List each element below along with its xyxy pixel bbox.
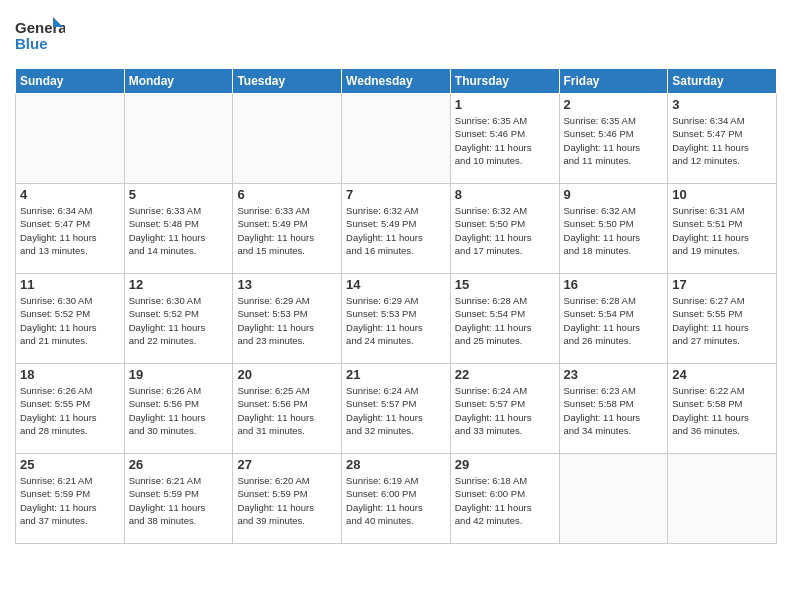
- day-info: Sunrise: 6:25 AMSunset: 5:56 PMDaylight:…: [237, 384, 337, 437]
- header-day-monday: Monday: [124, 69, 233, 94]
- calendar-cell: 3Sunrise: 6:34 AMSunset: 5:47 PMDaylight…: [668, 94, 777, 184]
- day-number: 22: [455, 367, 555, 382]
- calendar-cell: 22Sunrise: 6:24 AMSunset: 5:57 PMDayligh…: [450, 364, 559, 454]
- day-number: 13: [237, 277, 337, 292]
- day-number: 12: [129, 277, 229, 292]
- calendar-cell: 15Sunrise: 6:28 AMSunset: 5:54 PMDayligh…: [450, 274, 559, 364]
- day-info: Sunrise: 6:32 AMSunset: 5:49 PMDaylight:…: [346, 204, 446, 257]
- day-info: Sunrise: 6:22 AMSunset: 5:58 PMDaylight:…: [672, 384, 772, 437]
- day-info: Sunrise: 6:34 AMSunset: 5:47 PMDaylight:…: [20, 204, 120, 257]
- day-info: Sunrise: 6:32 AMSunset: 5:50 PMDaylight:…: [564, 204, 664, 257]
- day-info: Sunrise: 6:33 AMSunset: 5:48 PMDaylight:…: [129, 204, 229, 257]
- day-number: 2: [564, 97, 664, 112]
- calendar-cell: 20Sunrise: 6:25 AMSunset: 5:56 PMDayligh…: [233, 364, 342, 454]
- day-number: 6: [237, 187, 337, 202]
- day-number: 29: [455, 457, 555, 472]
- calendar-cell: 10Sunrise: 6:31 AMSunset: 5:51 PMDayligh…: [668, 184, 777, 274]
- logo-svg: GeneralBlue: [15, 15, 65, 60]
- calendar-cell: [559, 454, 668, 544]
- calendar-cell: 17Sunrise: 6:27 AMSunset: 5:55 PMDayligh…: [668, 274, 777, 364]
- svg-text:Blue: Blue: [15, 35, 48, 52]
- day-info: Sunrise: 6:35 AMSunset: 5:46 PMDaylight:…: [455, 114, 555, 167]
- day-number: 5: [129, 187, 229, 202]
- calendar-cell: 6Sunrise: 6:33 AMSunset: 5:49 PMDaylight…: [233, 184, 342, 274]
- calendar-cell: 27Sunrise: 6:20 AMSunset: 5:59 PMDayligh…: [233, 454, 342, 544]
- calendar-cell: 23Sunrise: 6:23 AMSunset: 5:58 PMDayligh…: [559, 364, 668, 454]
- day-number: 17: [672, 277, 772, 292]
- day-info: Sunrise: 6:32 AMSunset: 5:50 PMDaylight:…: [455, 204, 555, 257]
- calendar-cell: 21Sunrise: 6:24 AMSunset: 5:57 PMDayligh…: [342, 364, 451, 454]
- calendar-cell: 2Sunrise: 6:35 AMSunset: 5:46 PMDaylight…: [559, 94, 668, 184]
- calendar-body: 1Sunrise: 6:35 AMSunset: 5:46 PMDaylight…: [16, 94, 777, 544]
- day-number: 19: [129, 367, 229, 382]
- logo: GeneralBlue: [15, 15, 65, 60]
- calendar-cell: 16Sunrise: 6:28 AMSunset: 5:54 PMDayligh…: [559, 274, 668, 364]
- calendar-cell: 7Sunrise: 6:32 AMSunset: 5:49 PMDaylight…: [342, 184, 451, 274]
- calendar-cell: 25Sunrise: 6:21 AMSunset: 5:59 PMDayligh…: [16, 454, 125, 544]
- week-row-4: 25Sunrise: 6:21 AMSunset: 5:59 PMDayligh…: [16, 454, 777, 544]
- week-row-2: 11Sunrise: 6:30 AMSunset: 5:52 PMDayligh…: [16, 274, 777, 364]
- day-info: Sunrise: 6:28 AMSunset: 5:54 PMDaylight:…: [564, 294, 664, 347]
- calendar-cell: [342, 94, 451, 184]
- day-info: Sunrise: 6:35 AMSunset: 5:46 PMDaylight:…: [564, 114, 664, 167]
- day-number: 1: [455, 97, 555, 112]
- day-number: 11: [20, 277, 120, 292]
- calendar-cell: 4Sunrise: 6:34 AMSunset: 5:47 PMDaylight…: [16, 184, 125, 274]
- day-info: Sunrise: 6:20 AMSunset: 5:59 PMDaylight:…: [237, 474, 337, 527]
- header-day-friday: Friday: [559, 69, 668, 94]
- week-row-0: 1Sunrise: 6:35 AMSunset: 5:46 PMDaylight…: [16, 94, 777, 184]
- day-number: 24: [672, 367, 772, 382]
- day-number: 27: [237, 457, 337, 472]
- calendar-cell: 5Sunrise: 6:33 AMSunset: 5:48 PMDaylight…: [124, 184, 233, 274]
- header-row: SundayMondayTuesdayWednesdayThursdayFrid…: [16, 69, 777, 94]
- calendar-cell: 14Sunrise: 6:29 AMSunset: 5:53 PMDayligh…: [342, 274, 451, 364]
- day-number: 26: [129, 457, 229, 472]
- calendar-cell: 18Sunrise: 6:26 AMSunset: 5:55 PMDayligh…: [16, 364, 125, 454]
- day-number: 20: [237, 367, 337, 382]
- day-info: Sunrise: 6:21 AMSunset: 5:59 PMDaylight:…: [20, 474, 120, 527]
- calendar-cell: [668, 454, 777, 544]
- day-number: 18: [20, 367, 120, 382]
- day-info: Sunrise: 6:19 AMSunset: 6:00 PMDaylight:…: [346, 474, 446, 527]
- day-info: Sunrise: 6:30 AMSunset: 5:52 PMDaylight:…: [20, 294, 120, 347]
- day-info: Sunrise: 6:26 AMSunset: 5:55 PMDaylight:…: [20, 384, 120, 437]
- day-number: 3: [672, 97, 772, 112]
- day-info: Sunrise: 6:21 AMSunset: 5:59 PMDaylight:…: [129, 474, 229, 527]
- calendar-cell: 1Sunrise: 6:35 AMSunset: 5:46 PMDaylight…: [450, 94, 559, 184]
- calendar-cell: [16, 94, 125, 184]
- day-info: Sunrise: 6:29 AMSunset: 5:53 PMDaylight:…: [237, 294, 337, 347]
- page-header: GeneralBlue: [15, 10, 777, 60]
- day-info: Sunrise: 6:29 AMSunset: 5:53 PMDaylight:…: [346, 294, 446, 347]
- calendar-cell: 26Sunrise: 6:21 AMSunset: 5:59 PMDayligh…: [124, 454, 233, 544]
- day-info: Sunrise: 6:18 AMSunset: 6:00 PMDaylight:…: [455, 474, 555, 527]
- calendar-cell: 24Sunrise: 6:22 AMSunset: 5:58 PMDayligh…: [668, 364, 777, 454]
- header-day-tuesday: Tuesday: [233, 69, 342, 94]
- day-info: Sunrise: 6:31 AMSunset: 5:51 PMDaylight:…: [672, 204, 772, 257]
- calendar-cell: 13Sunrise: 6:29 AMSunset: 5:53 PMDayligh…: [233, 274, 342, 364]
- day-number: 16: [564, 277, 664, 292]
- day-info: Sunrise: 6:33 AMSunset: 5:49 PMDaylight:…: [237, 204, 337, 257]
- header-day-saturday: Saturday: [668, 69, 777, 94]
- day-info: Sunrise: 6:27 AMSunset: 5:55 PMDaylight:…: [672, 294, 772, 347]
- calendar-header: SundayMondayTuesdayWednesdayThursdayFrid…: [16, 69, 777, 94]
- calendar-cell: 9Sunrise: 6:32 AMSunset: 5:50 PMDaylight…: [559, 184, 668, 274]
- week-row-3: 18Sunrise: 6:26 AMSunset: 5:55 PMDayligh…: [16, 364, 777, 454]
- day-info: Sunrise: 6:26 AMSunset: 5:56 PMDaylight:…: [129, 384, 229, 437]
- day-number: 4: [20, 187, 120, 202]
- week-row-1: 4Sunrise: 6:34 AMSunset: 5:47 PMDaylight…: [16, 184, 777, 274]
- calendar-table: SundayMondayTuesdayWednesdayThursdayFrid…: [15, 68, 777, 544]
- day-info: Sunrise: 6:28 AMSunset: 5:54 PMDaylight:…: [455, 294, 555, 347]
- calendar-cell: [124, 94, 233, 184]
- header-day-thursday: Thursday: [450, 69, 559, 94]
- calendar-cell: [233, 94, 342, 184]
- header-day-wednesday: Wednesday: [342, 69, 451, 94]
- day-number: 25: [20, 457, 120, 472]
- day-number: 8: [455, 187, 555, 202]
- day-info: Sunrise: 6:23 AMSunset: 5:58 PMDaylight:…: [564, 384, 664, 437]
- day-number: 9: [564, 187, 664, 202]
- day-info: Sunrise: 6:24 AMSunset: 5:57 PMDaylight:…: [455, 384, 555, 437]
- day-number: 28: [346, 457, 446, 472]
- day-number: 23: [564, 367, 664, 382]
- day-number: 7: [346, 187, 446, 202]
- day-number: 15: [455, 277, 555, 292]
